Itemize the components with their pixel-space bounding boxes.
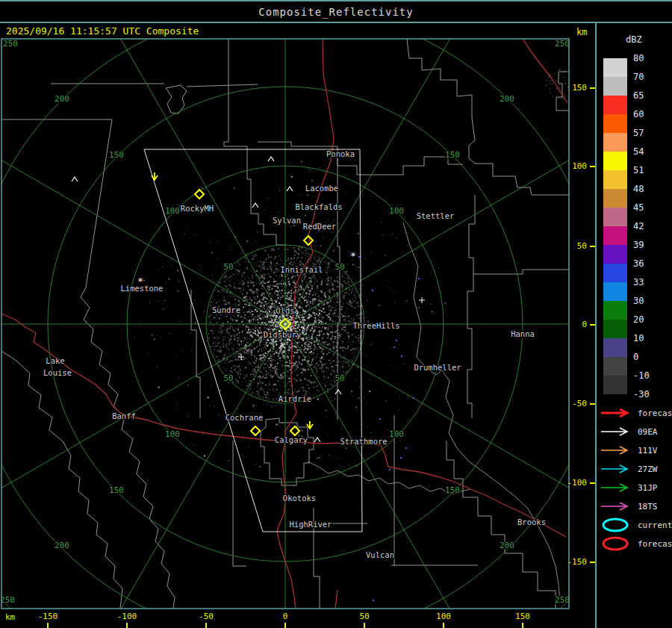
panel-divider [595,23,597,628]
city-label-drumheller: Drumheller [414,363,461,372]
city-label-blackfalds: Blackfalds [295,202,342,211]
ring-distance-label: 100 [165,429,180,439]
radial-line-150 [0,324,285,533]
window-title: Composite_Reflectivity [258,6,413,18]
weak-echo-dot [373,600,374,601]
ring-distance-label: 50 [223,262,233,272]
city-label-calgary: Calgary [275,435,308,444]
ring-distance-label: 100 [389,206,404,216]
city-label-lacombe: Lacombe [305,184,338,193]
city-label-banff: Banff [112,411,136,420]
river-line [403,223,560,602]
ring-distance-label: 250 [555,39,570,49]
county-boundary [407,39,569,195]
weak-echo-dot [418,278,420,279]
ring-distance-label: 200 [55,94,69,104]
radar-site-marker [304,236,313,245]
caret-marker [252,203,258,208]
county-boundary [467,195,475,418]
radar-site-marker [251,426,260,435]
city-label-okotoks: Okotoks [283,494,316,503]
weak-echo-dot [405,447,407,449]
radial-line-120 [76,324,285,628]
city-label-stettler: Stettler [417,211,455,220]
ring-distance-label: 150 [109,485,124,495]
map-layers: 5050505010010010010015015015015020020020… [0,0,672,628]
weak-echo-dot [400,457,402,458]
ring-distance-label: 250 [555,595,570,605]
city-label-brooks: Brooks [517,517,546,526]
radial-line-240 [76,0,285,324]
weak-echo-dot [401,355,402,357]
ring-distance-label: 150 [445,485,460,495]
city-label-threehills: ThreeHills [352,321,399,330]
city-label-olds: Olds [276,306,294,315]
county-boundary [187,84,258,87]
caret-marker [314,438,320,442]
county-boundary [473,270,569,274]
ring-distance-label: 150 [445,150,460,160]
city-label-didsbury: Didsbury [264,330,302,339]
range-ring-250km [0,0,672,628]
ring-distance-label: 200 [500,541,514,550]
weak-echo-dot [379,418,381,420]
radar-site-marker [290,426,299,435]
city-label-innisfail: Innisfail [281,265,323,274]
asterisk-marker: * [137,276,143,287]
titlebar: Composite_Reflectivity [0,0,672,23]
ring-distance-label: 200 [55,541,69,550]
ring-distance-label: 200 [500,94,514,104]
city-label-sylvan: Sylvan [273,216,301,225]
city-label-hanna: Hanna [511,329,535,338]
county-boundary [1,119,112,287]
caret-marker [72,177,78,181]
city-label-cochrane: Cochrane [225,413,264,422]
ring-distance-label: 100 [165,206,180,216]
city-label-sundre: Sundre [212,305,240,314]
range-rings [0,0,672,628]
city-label-strathmore: Strathmore [340,437,387,446]
city-label-reddeer: RedDeer [303,222,336,231]
radar-center-dot [284,323,287,326]
radial-line-300 [285,0,494,324]
ring-distance-label: 250 [3,39,18,49]
plus-marker [419,297,425,303]
ring-distance-label: 50 [335,262,344,272]
down-arrow-marker [152,172,158,180]
weak-echo-dot [372,290,373,291]
ring-distance-label: 250 [0,595,15,605]
asterisk-marker: * [350,250,356,261]
caret-marker [268,157,274,161]
radar-map[interactable]: 5050505010010010010015015015015020020020… [0,0,672,628]
radar-app-window: Composite_Reflectivity 2025/09/16 11:15:… [0,0,672,628]
ring-distance-label: 50 [335,373,344,383]
county-boundary [1,351,122,609]
highway-line [1,314,285,442]
city-label-rockymh: RockyMH [181,204,214,213]
ring-distance-label: 150 [109,150,124,160]
county-boundary [556,72,569,111]
city-label-ponoka: Ponoka [326,149,355,158]
ring-distance-label: 100 [389,429,404,439]
timestamp: 2025/09/16 11:15:57 UTC Composite [6,25,199,37]
city-label-louise: Louise [43,368,72,377]
right-axis-unit: km [576,27,587,37]
caret-marker [335,390,341,394]
caret-marker [287,187,293,191]
county-boundary [233,441,246,566]
county-boundary [191,290,200,418]
ring-distance-label: 50 [223,373,233,383]
city-label-airdrie: Airdrie [279,394,311,403]
weak-echo-dot [358,256,360,258]
highway-line [335,590,337,609]
radial-line-30 [285,324,647,533]
city-label-vulcan: Vulcan [366,550,394,559]
city-label-highriver: HighRiver [290,520,332,529]
weak-echo-dot [396,340,397,341]
city-label-lake: Lake [46,356,64,365]
weak-echo-dot [393,346,395,348]
weak-echo-dot [389,469,391,470]
weak-echo-dot [413,397,414,399]
clutter-echoes [134,69,575,486]
radial-line-60 [285,324,494,628]
